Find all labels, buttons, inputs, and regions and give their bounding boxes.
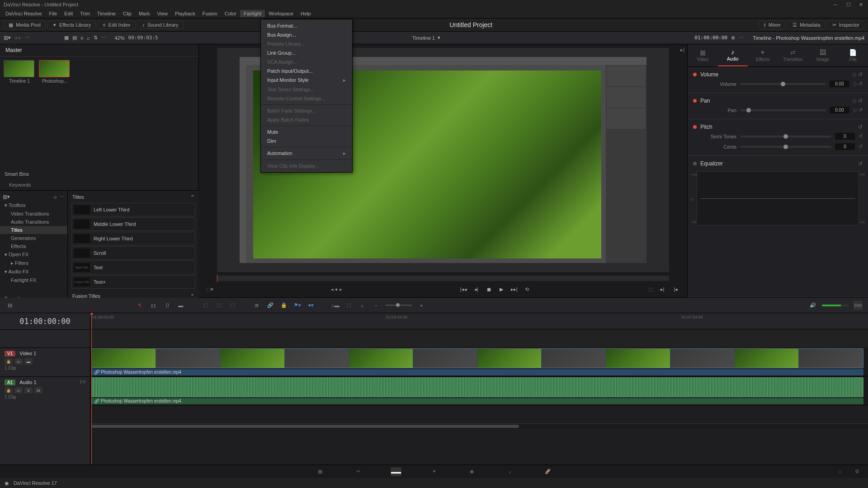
menu-playback[interactable]: Playback — [171, 10, 199, 17]
title-preset[interactable]: Basic TitleText — [71, 261, 195, 274]
title-preset[interactable]: Middle Lower Third — [71, 217, 195, 231]
tree-filters[interactable]: ▸ Filters — [0, 259, 67, 267]
solo-button[interactable]: S — [24, 387, 33, 394]
fairlight-page-icon[interactable]: ♪ — [505, 467, 515, 476]
audio-clip[interactable] — [91, 377, 863, 397]
semitones-slider[interactable] — [740, 136, 831, 137]
menu-item-patch-input-output[interactable]: Patch Input/Output... — [261, 66, 352, 75]
go-end-icon[interactable]: ▸| — [680, 47, 684, 53]
tree-audiofx[interactable]: ▾ Audio FX — [0, 267, 67, 276]
menu-trim[interactable]: Trim — [76, 10, 94, 17]
play-icon[interactable]: ▶ — [497, 285, 505, 293]
keywords-bin[interactable]: Keywords — [0, 179, 198, 190]
mute-button[interactable]: M — [34, 387, 42, 394]
menu-mark[interactable]: Mark — [135, 10, 153, 17]
keyframe-icon[interactable]: ◇ — [853, 81, 857, 87]
stop-icon[interactable]: ◼ — [485, 285, 493, 293]
link-icon[interactable]: 🔗 — [266, 301, 275, 310]
menu-item-link-group[interactable]: Link Group... — [261, 48, 352, 57]
menu-item-dim[interactable]: Dim — [261, 136, 352, 145]
last-frame-icon[interactable]: ▸▸| — [510, 285, 518, 293]
match-frame-icon[interactable]: ⬚▾ — [206, 286, 213, 292]
media-page-icon[interactable]: ▦ — [315, 467, 326, 476]
menu-file[interactable]: File — [46, 10, 61, 17]
title-preset[interactable]: Right Lower Third — [71, 232, 195, 245]
volume-slider[interactable] — [740, 83, 826, 85]
master-bin[interactable]: Master — [0, 44, 198, 56]
menu-timeline[interactable]: Timeline — [94, 10, 119, 17]
smart-bins-header[interactable]: Smart Bins — [0, 169, 198, 179]
pan-value[interactable]: 0.00 — [830, 107, 849, 113]
metadata-button[interactable]: ☰ Metadata — [788, 21, 826, 29]
reset-icon[interactable]: ↺ — [859, 133, 863, 139]
search-timeline-icon[interactable]: ⌕▬ — [331, 301, 340, 310]
zoom-out-icon[interactable]: − — [372, 301, 381, 310]
pitch-section[interactable]: Pitch — [700, 124, 712, 130]
dynamic-trim-icon[interactable]: ⟨⟩ — [163, 301, 172, 310]
home-icon[interactable]: ⌂ — [835, 467, 845, 476]
tree-video-transitions[interactable]: Video Transitions — [0, 210, 67, 218]
zoom-in-icon[interactable]: + — [417, 301, 426, 310]
edit-index-button[interactable]: ≡ Edit Index — [98, 21, 135, 29]
prev-frame-icon[interactable]: ◂| — [472, 285, 480, 293]
marker-icon[interactable]: ●▾ — [307, 301, 316, 310]
zoom-value[interactable]: 42% — [114, 35, 124, 41]
mixer-button[interactable]: ⫴ Mixer — [759, 21, 786, 29]
settings-icon[interactable]: ⚙ — [852, 467, 863, 476]
eq-section[interactable]: Equalizer — [700, 160, 723, 167]
timeline-timecode[interactable]: 01:00:00:00 — [0, 313, 90, 329]
menu-item-bus-format[interactable]: Bus Format... — [261, 21, 352, 30]
search-icon[interactable]: ⌕ — [87, 35, 90, 41]
overwrite-icon[interactable]: ⬚ — [214, 301, 223, 310]
search-icon[interactable]: ⌕ — [54, 194, 57, 200]
pan-slider[interactable] — [740, 109, 826, 111]
mark-prev-icon[interactable]: ◂ ● ▸ — [331, 286, 342, 292]
edit-page-icon[interactable]: ▬▬ — [391, 467, 401, 476]
viewer-scrubber[interactable] — [217, 276, 669, 281]
inspector-tab-video[interactable]: ▦Video — [688, 44, 718, 66]
cents-slider[interactable] — [740, 146, 831, 148]
loop-icon[interactable]: ⟲ — [523, 285, 531, 293]
lock-icon[interactable]: 🔒 — [279, 301, 288, 310]
grid-view-icon[interactable]: ▦ — [64, 35, 69, 41]
semitones-value[interactable]: 0 — [835, 133, 855, 140]
menu-fusion[interactable]: Fusion — [199, 10, 221, 17]
disable-track-icon[interactable]: ▬ — [24, 358, 33, 365]
reset-icon[interactable]: ↺ — [859, 107, 863, 113]
video-track-header[interactable]: V1 Video 1 🔒▭▬ 1 Clip — [0, 347, 90, 376]
dots-icon[interactable]: ⋯ — [25, 35, 30, 41]
inspector-tab-effects[interactable]: ✦Effects — [748, 44, 778, 66]
a1-badge[interactable]: A1 — [5, 380, 15, 385]
flag-icon[interactable]: ⚑▾ — [293, 301, 302, 310]
bypass-icon[interactable]: ⊗ — [731, 35, 735, 41]
video-track[interactable]: 🔗 Photoshop Wassertropfen erstellen.mp4 — [90, 347, 868, 376]
menu-item-input-monitor-style[interactable]: Input Monitor Style▸ — [261, 75, 352, 85]
deliver-page-icon[interactable]: 🚀 — [542, 467, 553, 476]
pan-section[interactable]: Pan — [700, 98, 710, 104]
sound-library-button[interactable]: ♪ Sound Library — [137, 21, 184, 29]
keyframe-icon[interactable]: ◇ — [852, 98, 856, 104]
menu-fairlight[interactable]: Fairlight — [240, 10, 265, 17]
timeline-tab[interactable]: Timeline 1 ▾ — [412, 35, 440, 41]
reset-icon[interactable]: ↺ — [859, 81, 863, 87]
list-view-icon[interactable]: ≡ — [80, 35, 83, 41]
sort-icon[interactable]: ⇅ — [94, 35, 98, 41]
menu-view[interactable]: View — [153, 10, 171, 17]
blade-tool-icon[interactable]: ▬ — [176, 301, 185, 310]
first-frame-icon[interactable]: |◂◂ — [459, 285, 467, 293]
menu-color[interactable]: Color — [221, 10, 240, 17]
volume-value[interactable]: 0.00 — [830, 80, 849, 87]
video-clip[interactable] — [91, 348, 863, 368]
inspector-tab-image[interactable]: 🖼Image — [808, 44, 838, 66]
reset-icon[interactable]: ↺ — [859, 144, 863, 150]
reset-icon[interactable]: ↺ — [858, 124, 863, 130]
snap-icon[interactable]: ⊃ — [252, 301, 261, 310]
collapse-icon[interactable]: ⌃ — [190, 194, 194, 200]
playhead[interactable] — [91, 313, 92, 465]
eq-graph[interactable]: +24 +24 0 -24 -24 — [697, 171, 859, 225]
inspector-button[interactable]: ✂ Inspector — [827, 21, 864, 29]
auto-select-icon[interactable]: ▭ — [14, 358, 23, 365]
single-viewer-icon[interactable]: ⬚ — [648, 286, 653, 292]
close-icon[interactable]: ✕ — [859, 2, 864, 7]
menu-edit[interactable]: Edit — [61, 10, 76, 17]
